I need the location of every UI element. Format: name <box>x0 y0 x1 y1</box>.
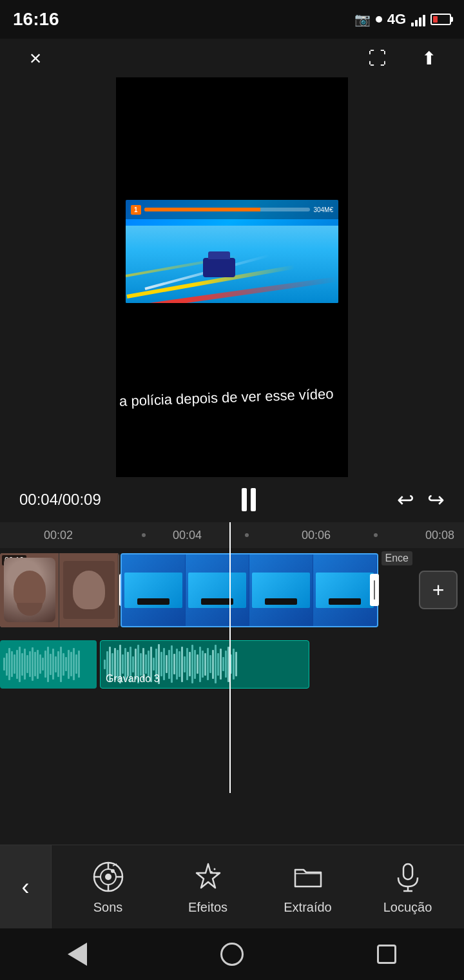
wave-bar <box>166 655 168 673</box>
svg-point-2 <box>105 874 111 880</box>
export-button[interactable]: ⬆ <box>412 42 445 74</box>
audio-clip-1[interactable] <box>0 640 97 689</box>
nav-recents-button[interactable] <box>364 932 409 977</box>
playhead[interactable] <box>229 522 231 793</box>
nav-back-icon <box>68 943 87 966</box>
wave-bar <box>34 652 36 676</box>
star-icon <box>192 861 224 893</box>
timeline-area: 00:13 <box>0 548 464 793</box>
fullscreen-button[interactable]: ⛶ <box>361 42 393 74</box>
wave-bar <box>55 656 57 672</box>
battery-icon <box>430 14 451 25</box>
racing-clip[interactable] <box>121 553 378 627</box>
wave-bar <box>179 651 180 677</box>
folder-icon <box>292 861 324 893</box>
add-clip-button[interactable]: + <box>419 571 458 609</box>
undo-redo-controls: ↩ ↪ <box>397 487 445 512</box>
wave-bar <box>173 654 175 674</box>
video-track: 00:13 <box>0 548 464 632</box>
sons-label: Sons <box>93 900 123 915</box>
anime-frame-1 <box>0 553 59 627</box>
audio-clip-2[interactable]: Gravando 3 <box>100 640 309 689</box>
wave-bar <box>16 650 18 679</box>
wave-bar <box>168 650 170 679</box>
wave-bar <box>42 658 44 671</box>
game-score: 304M€ <box>313 206 333 213</box>
header-controls: × ⛶ ⬆ <box>0 39 464 77</box>
wave-bar <box>68 650 70 679</box>
audio-track: Gravando 3 <box>0 635 464 693</box>
ence-label: Ence <box>382 551 412 565</box>
nav-home-icon <box>220 943 244 966</box>
wave-bar <box>26 655 28 673</box>
wave-bar <box>145 654 147 674</box>
music-note-icon <box>92 861 124 893</box>
wave-bar <box>184 656 186 672</box>
ruler-label-2: 00:04 <box>173 529 202 542</box>
anime-frame-2 <box>59 553 119 627</box>
wave-bar <box>65 657 67 671</box>
video-preview: 1 304M€ a polícia depois de ver esse víd… <box>116 39 348 477</box>
ruler-label-1: 00:02 <box>44 529 73 542</box>
back-arrow-icon: ‹ <box>22 874 30 901</box>
toolbar-item-efeitos[interactable]: Efeitos <box>169 859 247 915</box>
ruler-mark-4: 00:08 <box>425 529 454 542</box>
clip-handle-right[interactable] <box>370 574 379 606</box>
toolbar-item-sons[interactable]: Sons <box>70 859 147 915</box>
pause-bar-left <box>242 488 247 511</box>
wave-bar <box>212 650 214 679</box>
redo-button[interactable]: ↪ <box>427 487 445 512</box>
racing-frame-4 <box>313 554 377 626</box>
anime-char-1 <box>4 558 55 622</box>
toolbar-item-locucao[interactable]: Locução <box>369 859 447 915</box>
extraido-icon <box>290 859 325 895</box>
wave-bar <box>47 647 49 682</box>
back-button[interactable]: ‹ <box>0 845 52 929</box>
game-progress-bar <box>144 208 311 211</box>
mini-road-1 <box>124 573 182 608</box>
undo-button[interactable]: ↩ <box>397 487 414 512</box>
wave-bar <box>215 645 217 683</box>
extraido-label: Extraído <box>284 900 331 915</box>
wave-bar <box>199 647 201 682</box>
pause-button[interactable] <box>233 484 265 516</box>
wave-bar <box>209 655 211 673</box>
wave-bar <box>140 653 142 676</box>
video-content: 1 304M€ a polícia depois de ver esse víd… <box>116 39 348 477</box>
time-display: 00:04/00:09 <box>19 491 101 509</box>
audio-label: Gravando 3 <box>106 673 160 685</box>
wave-bar <box>52 649 54 680</box>
ruler-label-4: 00:08 <box>425 529 454 542</box>
wave-bar <box>222 657 224 671</box>
ruler-mark-dot-2 <box>245 533 249 537</box>
efeitos-icon <box>190 859 226 895</box>
racing-frame-1 <box>122 554 186 626</box>
car-icon <box>203 258 235 277</box>
wave-bar <box>57 651 59 677</box>
wave-bar <box>6 653 8 676</box>
wave-bar <box>21 653 23 676</box>
svg-point-11 <box>216 873 217 874</box>
nav-back-button[interactable] <box>55 932 100 977</box>
wave-bar <box>37 650 39 679</box>
anime-clip[interactable]: 00:13 <box>0 553 119 627</box>
game-screenshot: 1 304M€ <box>126 200 338 303</box>
nav-home-button[interactable] <box>209 932 255 977</box>
wave-bar <box>14 654 15 674</box>
nav-recents-icon <box>377 945 396 964</box>
wave-bar <box>220 649 222 680</box>
ruler-dot-2 <box>245 533 249 537</box>
close-button[interactable]: × <box>19 42 52 74</box>
signal-icon <box>411 12 425 26</box>
playback-controls: 00:04/00:09 ↩ ↪ <box>0 477 464 522</box>
wave-bar <box>111 653 113 676</box>
wave-bar <box>8 648 10 680</box>
wave-bar <box>189 652 191 676</box>
ruler-dot-3 <box>374 533 378 537</box>
waveform-1 <box>0 640 97 689</box>
toolbar-item-extraido[interactable]: Extraído <box>269 859 347 915</box>
pause-bar-right <box>251 488 256 511</box>
efeitos-label: Efeitos <box>188 900 227 915</box>
game-road <box>126 226 338 303</box>
wave-bar <box>78 651 80 678</box>
